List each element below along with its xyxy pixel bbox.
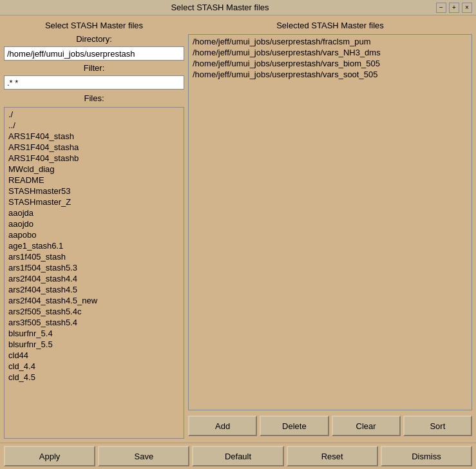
- save-button[interactable]: Save: [98, 446, 189, 466]
- file-item[interactable]: blsurfnr_5.5: [6, 339, 182, 350]
- file-item[interactable]: ../: [6, 120, 182, 131]
- file-item[interactable]: aaojdo: [6, 218, 182, 229]
- file-item[interactable]: ars2f404_stash4.4: [6, 273, 182, 284]
- file-item[interactable]: ars3f505_stash5.4: [6, 317, 182, 328]
- file-item[interactable]: ars1f405_stash: [6, 251, 182, 262]
- selected-item[interactable]: /home/jeff/umui_jobs/userprestash/vars_N…: [190, 47, 470, 58]
- file-item[interactable]: ars1f504_stash5.3: [6, 262, 182, 273]
- sort-button[interactable]: Sort: [403, 416, 472, 436]
- file-item[interactable]: ARS1F404_stash: [6, 131, 182, 142]
- file-item[interactable]: ./: [6, 109, 182, 120]
- file-item[interactable]: ARS1F404_stashb: [6, 153, 182, 164]
- file-item[interactable]: cld44: [6, 350, 182, 361]
- selected-item[interactable]: /home/jeff/umui_jobs/userprestash/vars_s…: [190, 69, 470, 80]
- directory-input[interactable]: [4, 46, 184, 61]
- file-item[interactable]: aapobo: [6, 229, 182, 240]
- file-item[interactable]: ars2f404_stash4.5_new: [6, 295, 182, 306]
- files-list[interactable]: ./../ARS1F404_stashARS1F404_stashaARS1F4…: [4, 107, 184, 439]
- file-item[interactable]: blsurfnr_5.4: [6, 328, 182, 339]
- file-item[interactable]: age1_stash6.1: [6, 240, 182, 251]
- maximize-button[interactable]: +: [449, 3, 459, 13]
- main-content: Select STASH Master files Directory: Fil…: [0, 15, 476, 443]
- file-item[interactable]: ars2f404_stash4.5: [6, 284, 182, 295]
- file-item[interactable]: STASHmaster_Z: [6, 196, 182, 207]
- default-button[interactable]: Default: [192, 446, 283, 466]
- delete-button[interactable]: Delete: [260, 416, 328, 436]
- bottom-bar: Apply Save Default Reset Dismiss: [0, 443, 476, 469]
- minimize-button[interactable]: −: [436, 3, 446, 13]
- selected-item[interactable]: /home/jeff/umui_jobs/userprestash/vars_b…: [190, 58, 470, 69]
- apply-button[interactable]: Apply: [4, 446, 95, 466]
- left-panel: Select STASH Master files Directory: Fil…: [4, 19, 184, 439]
- file-item[interactable]: cld_4.4: [6, 361, 182, 372]
- file-item[interactable]: STASHmaster53: [6, 186, 182, 196]
- file-item[interactable]: cld_4.5: [6, 372, 182, 383]
- right-panel-header: Selected STASH Master files: [188, 19, 472, 32]
- selected-item[interactable]: /home/jeff/umui_jobs/userprestash/fracls…: [190, 36, 470, 47]
- window-title: Select STASH Master files: [4, 3, 436, 12]
- add-button[interactable]: Add: [188, 416, 257, 436]
- file-item[interactable]: MWcld_diag: [6, 164, 182, 175]
- title-bar: Select STASH Master files − + ×: [0, 0, 476, 15]
- file-item[interactable]: ars2f505_stash5.4c: [6, 306, 182, 317]
- file-item[interactable]: README: [6, 175, 182, 186]
- selected-files-list[interactable]: /home/jeff/umui_jobs/userprestash/fracls…: [188, 34, 472, 410]
- window-controls: − + ×: [436, 3, 472, 13]
- files-label: Files:: [4, 92, 184, 104]
- file-item[interactable]: ARS1F404_stasha: [6, 142, 182, 153]
- right-panel: Selected STASH Master files /home/jeff/u…: [188, 19, 472, 439]
- clear-button[interactable]: Clear: [332, 416, 401, 436]
- filter-label: Filter:: [4, 63, 184, 73]
- filter-input[interactable]: [4, 75, 184, 90]
- action-buttons: Add Delete Clear Sort: [188, 413, 472, 439]
- reset-button[interactable]: Reset: [287, 446, 378, 466]
- dismiss-button[interactable]: Dismiss: [381, 446, 472, 466]
- close-button[interactable]: ×: [462, 3, 472, 13]
- left-panel-header: Select STASH Master files: [4, 19, 184, 32]
- directory-label: Directory:: [4, 34, 184, 44]
- file-item[interactable]: aaojda: [6, 207, 182, 218]
